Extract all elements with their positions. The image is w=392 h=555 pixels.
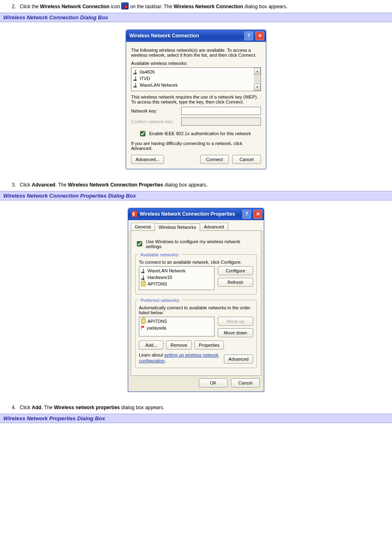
dialog1-title: Wireless Network Connection (129, 33, 242, 39)
tab-advanced[interactable]: Advanced (200, 223, 228, 230)
tabstrip: General Wireless Networks Advanced (128, 220, 264, 230)
preferred-networks-list[interactable]: APITDNS yadayada (139, 317, 214, 336)
preferred-networks-hint: Automatically connect to available netwo… (139, 305, 253, 315)
ok-button[interactable]: OK (199, 378, 228, 387)
properties-button[interactable]: Properties (194, 341, 224, 350)
list-item[interactable]: Hardware10 (141, 274, 212, 281)
step-4: Click Add. The Wireless network properti… (17, 404, 392, 411)
available-networks-list[interactable]: 0a4826 ITVD WaveLAN Network ▴ ▾ (131, 67, 261, 91)
learn-pre: Learn about (139, 352, 164, 357)
available-networks-label: Available wireless networks: (131, 61, 261, 66)
dialog2-titlebar: Wireless Network Connection Properties ?… (128, 208, 264, 220)
add-button[interactable]: Add... (139, 341, 164, 350)
flag-icon (141, 326, 145, 330)
lock-icon (141, 319, 146, 324)
step3-bold2: Wireless Network Connection Properties (68, 182, 163, 188)
titlebar-close-button[interactable]: ✕ (256, 32, 264, 40)
wireless-connection-properties-dialog: Wireless Network Connection Properties ?… (128, 208, 264, 392)
list-item-label: Hardware10 (148, 274, 172, 281)
step2-pre: Click the (20, 4, 40, 9)
confirm-key-label: Confirm network key: (131, 119, 177, 124)
step4-mid: . The (42, 405, 54, 410)
network-item[interactable]: WaveLAN Network (133, 82, 252, 88)
wireless-tray-icon (121, 2, 129, 9)
tab-general[interactable]: General (131, 223, 155, 230)
list-item-label: APITDNS (148, 318, 167, 325)
step4-bold1: Add (32, 405, 41, 410)
preferred-networks-legend: Preferred networks: (139, 298, 182, 303)
network-item-label: 0a4826 (140, 69, 155, 75)
list-item-label: yadayada (147, 325, 166, 331)
available-networks-group: Available networks: To connect to an ava… (135, 252, 257, 295)
confirm-key-input (181, 117, 261, 126)
step-3: Click Advanced. The Wireless Network Con… (17, 182, 392, 189)
network-key-input[interactable] (181, 107, 261, 115)
lock-icon (141, 281, 146, 286)
list-item-label: WaveLAN Network (148, 267, 186, 274)
antenna-icon (141, 268, 146, 273)
antenna-icon (133, 76, 138, 81)
titlebar-close-button[interactable]: ✕ (254, 210, 262, 219)
configure-button[interactable]: Configure (218, 266, 253, 275)
available-networks-hint: To connect to an available network, clic… (139, 260, 253, 265)
learn-text: Learn about setting up wireless network … (139, 352, 221, 364)
dialog2-title: Wireless Network Connection Properties (140, 211, 240, 217)
dialog1-wep-text: This wireless network requires the use o… (131, 94, 261, 104)
network-item-label: WaveLAN Network (140, 82, 178, 88)
step4-post: dialog box appears. (120, 405, 164, 410)
list-item[interactable]: WaveLAN Network (141, 267, 212, 274)
enable-8021x-checkbox[interactable] (140, 131, 145, 136)
connect-button[interactable]: Connect (200, 155, 229, 164)
tab-wireless-networks[interactable]: Wireless Networks (154, 223, 200, 231)
wireless-connection-dialog: Wireless Network Connection ? ✕ The foll… (126, 30, 266, 169)
move-down-button[interactable]: Move down (218, 328, 253, 337)
network-item[interactable]: ITVD (133, 75, 252, 82)
use-windows-checkbox[interactable] (137, 241, 142, 246)
dialog1-intro: The following wireless network(s) are av… (131, 48, 261, 58)
list-item[interactable]: APITDNS (141, 318, 212, 325)
network-item[interactable]: 0a4826 (133, 69, 252, 75)
step4-bold2: Wireless network properties (54, 405, 120, 410)
titlebar-help-button[interactable]: ? (244, 32, 253, 40)
step3-bold1: Advanced (32, 182, 55, 188)
advanced2-button[interactable]: Advanced (224, 355, 253, 364)
step-2: Click the Wireless Network Connection ic… (17, 2, 392, 10)
advanced-button[interactable]: Advanced... (131, 155, 164, 164)
move-up-button[interactable]: Move up (218, 317, 253, 326)
network-connection-icon (131, 211, 137, 217)
step3-pre: Click (20, 182, 32, 188)
step2-mid2: on the taskbar. The (129, 4, 173, 9)
antenna-icon (133, 69, 138, 74)
list-item[interactable]: yadayada (141, 325, 212, 331)
dialog1-titlebar: Wireless Network Connection ? ✕ (126, 30, 266, 42)
list-scrollbar[interactable]: ▴ ▾ (254, 68, 261, 91)
scroll-down-button[interactable]: ▾ (254, 84, 261, 91)
enable-8021x-label: Enable IEEE 802.1x authentication for th… (149, 131, 251, 136)
step4-pre: Click (20, 405, 32, 410)
cancel2-button[interactable]: Cancel (231, 378, 260, 387)
antenna-icon (133, 83, 138, 88)
dialog1-difficulty: If you are having difficulty connecting … (131, 141, 261, 151)
network-key-label: Network key: (131, 108, 177, 113)
available-networks-legend: Available networks: (139, 252, 181, 257)
learn-post: . (165, 358, 166, 363)
scroll-up-button[interactable]: ▴ (254, 68, 261, 75)
titlebar-help-button[interactable]: ? (242, 210, 251, 219)
refresh-button[interactable]: Refresh (218, 278, 253, 287)
step2-post: dialog box appears. (243, 4, 288, 9)
network-item-label: ITVD (140, 75, 150, 82)
section-bar-2: Wireless Network Connection Properties D… (0, 191, 392, 200)
step3-post: dialog box appears. (163, 182, 208, 188)
step2-bold2: Wireless Network Connection (174, 4, 243, 9)
wireless-networks-panel: Use Windows to configure my wireless net… (131, 230, 261, 376)
step3-mid: . The (55, 182, 68, 188)
preferred-networks-group: Preferred networks: Automatically connec… (135, 298, 257, 368)
list-item[interactable]: APITDNS (141, 281, 212, 287)
cancel-button[interactable]: Cancel (232, 155, 261, 164)
antenna-icon (141, 275, 146, 280)
remove-button[interactable]: Remove (166, 341, 192, 350)
step2-bold1: Wireless Network Connection (40, 4, 109, 9)
list-item-label: APITDNS (148, 281, 167, 287)
available-networks-list2[interactable]: WaveLAN Network Hardware10 APITDNS (139, 266, 214, 290)
section-bar-3: Wireless Network Properties Dialog Box (0, 414, 392, 423)
